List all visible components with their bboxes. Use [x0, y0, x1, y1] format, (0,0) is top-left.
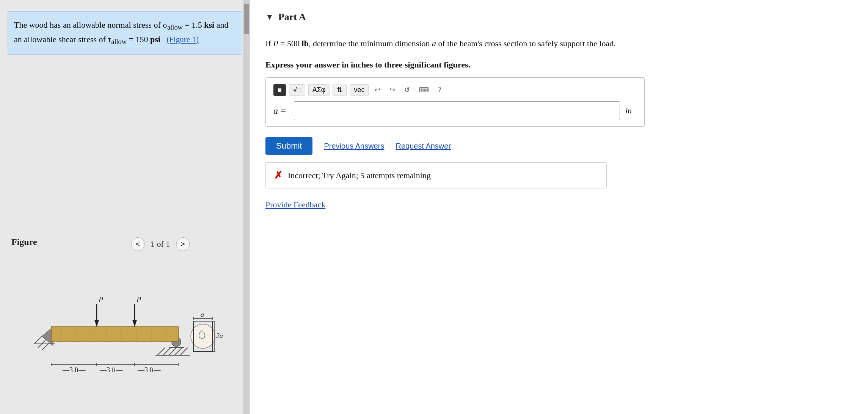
answer-box: ■ √□ AΣφ ⇅ vec ↩ ↪ ↺ ⌨ ? a = in [265, 77, 645, 127]
help-icon[interactable]: ? [435, 85, 444, 96]
svg-point-28 [191, 324, 215, 348]
symbol-button[interactable]: AΣφ [308, 84, 330, 96]
problem-statement: The wood has an allowable normal stress … [8, 11, 242, 55]
submit-row: Submit Previous Answers Request Answer [265, 137, 853, 155]
figure-link[interactable]: (Figure 1) [166, 35, 199, 44]
provide-feedback-link[interactable]: Provide Feedback [265, 200, 853, 210]
vec-button[interactable]: vec [350, 84, 369, 96]
keyboard-icon[interactable]: ⌨ [416, 84, 432, 96]
right-panel: ▼ Part A If P = 500 lb, determine the mi… [250, 0, 868, 414]
scroll-thumb[interactable] [244, 4, 249, 34]
svg-text:a: a [201, 311, 204, 318]
part-header: ▼ Part A [265, 11, 853, 29]
variable-label: a = [273, 106, 289, 116]
svg-text:—3 ft—: —3 ft— [137, 366, 161, 374]
toolbar: ■ √□ AΣφ ⇅ vec ↩ ↪ ↺ ⌨ ? [273, 84, 637, 96]
figure-page-indicator: 1 of 1 [151, 239, 170, 249]
arrows-button[interactable]: ⇅ [333, 84, 347, 96]
collapse-icon[interactable]: ▼ [265, 12, 274, 22]
figure-nav: < 1 of 1 > [131, 237, 190, 251]
redo-icon[interactable]: ↪ [386, 84, 398, 96]
svg-text:P: P [136, 295, 141, 304]
error-box: ✗ Incorrect; Try Again; 5 attempts remai… [265, 162, 607, 188]
svg-marker-23 [94, 320, 99, 327]
svg-text:2a: 2a [216, 332, 223, 340]
sqrt-button[interactable]: √□ [289, 84, 305, 96]
scrollbar[interactable] [243, 0, 250, 414]
error-icon: ✗ [274, 169, 283, 181]
error-text: Incorrect; Try Again; 5 attempts remaini… [288, 171, 431, 180]
question-sub: Express your answer in inches to three s… [265, 60, 853, 70]
svg-text:—3 ft—: —3 ft— [62, 366, 86, 374]
beam-figure: P P a 2a —3 ft— [30, 262, 228, 384]
request-answer-button[interactable]: Request Answer [396, 142, 451, 151]
part-label: Part A [278, 11, 306, 23]
refresh-icon[interactable]: ↺ [401, 84, 413, 96]
svg-text:P: P [98, 295, 103, 304]
next-figure-button[interactable]: > [176, 237, 190, 251]
left-panel: The wood has an allowable normal stress … [0, 0, 250, 414]
input-row: a = in [273, 101, 637, 120]
svg-line-1 [34, 336, 42, 344]
svg-rect-13 [51, 327, 178, 341]
matrix-button[interactable]: ■ [273, 84, 286, 96]
beam-diagram: P P a 2a —3 ft— [30, 262, 228, 384]
submit-button[interactable]: Submit [265, 137, 312, 155]
question-text: If P = 500 lb, determine the minimum dim… [265, 37, 796, 50]
previous-answers-button[interactable]: Previous Answers [324, 142, 384, 151]
answer-input[interactable] [294, 101, 620, 120]
svg-marker-26 [132, 320, 137, 327]
unit-label: in [625, 106, 637, 116]
svg-text:—3 ft—: —3 ft— [99, 366, 123, 374]
figure-label: Figure [11, 237, 37, 247]
prev-figure-button[interactable]: < [131, 237, 144, 251]
undo-icon[interactable]: ↩ [372, 84, 383, 96]
